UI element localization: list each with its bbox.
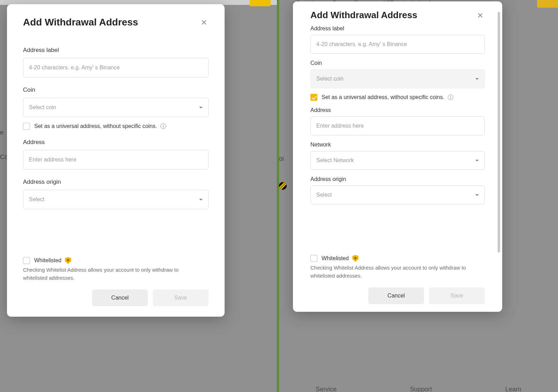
screenshot-left: e Coi Add Withdrawal Address Address lab… xyxy=(0,0,279,392)
close-icon[interactable] xyxy=(199,18,209,27)
select-placeholder: Select xyxy=(29,196,44,203)
field-address-origin: Address origin Select xyxy=(310,176,485,204)
field-label: Network xyxy=(310,142,485,148)
address-input[interactable] xyxy=(23,150,209,169)
field-label: Address label xyxy=(310,25,485,32)
field-address-label: Address label xyxy=(23,47,209,77)
universal-address-checkbox[interactable] xyxy=(23,123,30,130)
field-label: Address xyxy=(23,139,209,146)
field-label: Coin xyxy=(310,60,485,66)
checkbox-label-text: Set as a universal address, without spec… xyxy=(34,123,157,129)
chevron-down-icon xyxy=(199,199,203,201)
yellow-pill-button xyxy=(250,0,271,6)
universal-address-checkbox[interactable] xyxy=(310,94,317,101)
field-coin: Coin Select coin Set as a universal addr… xyxy=(310,60,485,101)
bg-text-fragment: e xyxy=(0,129,3,136)
select-placeholder: Select xyxy=(316,192,332,198)
whitelist-checkbox-row: Whitelisted xyxy=(310,255,485,262)
coin-select[interactable]: Select coin xyxy=(310,69,485,88)
field-address: Address xyxy=(23,139,209,169)
whitelist-block: Whitelisted Checking Whitelist Address a… xyxy=(23,257,209,282)
universal-address-checkbox-row: Set as a universal address, without spec… xyxy=(23,123,209,130)
whitelist-label-text: Whitelisted xyxy=(322,255,349,262)
modal-title: Add Withdrawal Address xyxy=(23,17,138,28)
shield-icon xyxy=(65,257,71,264)
chevron-down-icon xyxy=(475,160,479,161)
footer-item: Support xyxy=(410,386,432,392)
coin-icon xyxy=(279,182,287,190)
shield-icon xyxy=(352,255,359,262)
field-label: Address origin xyxy=(310,176,485,182)
deposit-button-partial xyxy=(537,0,558,8)
cancel-button[interactable]: Cancel xyxy=(368,287,424,304)
field-address-label: Address label xyxy=(310,25,485,54)
modal-header: Add Withdrawal Address xyxy=(23,17,209,28)
address-label-input[interactable] xyxy=(310,35,485,54)
coin-select[interactable]: Select coin xyxy=(23,98,209,117)
info-icon[interactable]: i xyxy=(160,123,166,129)
modal-header: Add Withdrawal Address xyxy=(310,10,485,21)
whitelist-checkbox[interactable] xyxy=(23,257,30,264)
modal-footer-buttons: Cancel Save xyxy=(23,289,209,306)
whitelist-checkbox[interactable] xyxy=(310,255,317,262)
bg-text-fragment: oi xyxy=(279,155,284,163)
field-label: Address label xyxy=(23,47,209,54)
select-placeholder: Select coin xyxy=(29,104,56,111)
add-withdrawal-address-modal: Add Withdrawal Address Address label Coi… xyxy=(293,1,502,312)
address-origin-select[interactable]: Select xyxy=(23,190,209,209)
add-withdrawal-address-modal: Add Withdrawal Address Address label Coi… xyxy=(7,4,225,317)
checkbox-label: Set as a universal address, without spec… xyxy=(322,94,453,100)
chevron-down-icon xyxy=(199,107,203,108)
field-label: Coin xyxy=(23,86,209,93)
whitelist-help-text: Checking Whitelist Address allows your a… xyxy=(310,264,485,280)
universal-address-checkbox-row: Set as a universal address, without spec… xyxy=(310,94,485,101)
field-coin: Coin Select coin Set as a universal addr… xyxy=(23,86,209,130)
footer-item: Learn xyxy=(505,386,521,392)
modal-footer-buttons: Cancel Save xyxy=(310,287,485,304)
address-input[interactable] xyxy=(310,116,485,135)
footer-behind-modal: Service Support Learn xyxy=(279,386,558,392)
field-address-origin: Address origin Select xyxy=(23,179,209,209)
field-label: Address xyxy=(310,107,485,113)
whitelist-help-text: Checking Whitelist Address allows your a… xyxy=(23,266,197,282)
whitelist-label-text: Whitelisted xyxy=(34,257,61,264)
checkbox-label: Whitelisted xyxy=(34,257,71,264)
modal-title: Add Withdrawal Address xyxy=(310,10,417,21)
save-button[interactable]: Save xyxy=(153,289,209,306)
field-network: Network Select Network xyxy=(310,142,485,170)
footer-item: Service xyxy=(316,386,337,392)
screenshot-right: Derivatives Earn Finance NFT Institution… xyxy=(279,0,558,392)
field-address: Address xyxy=(310,107,485,135)
chevron-down-icon xyxy=(475,194,479,196)
checkbox-label-text: Set as a universal address, without spec… xyxy=(322,94,444,100)
whitelist-checkbox-row: Whitelisted xyxy=(23,257,209,264)
info-icon[interactable]: i xyxy=(448,95,453,100)
network-select[interactable]: Select Network xyxy=(310,151,485,170)
scrollbar[interactable] xyxy=(498,12,500,252)
select-placeholder: Select coin xyxy=(316,76,344,82)
cancel-button[interactable]: Cancel xyxy=(92,289,148,306)
checkbox-label: Whitelisted xyxy=(322,255,359,262)
whitelist-block: Whitelisted Checking Whitelist Address a… xyxy=(310,255,485,280)
select-placeholder: Select Network xyxy=(316,157,354,164)
close-icon[interactable] xyxy=(476,11,485,20)
field-label: Address origin xyxy=(23,179,209,186)
chevron-down-icon xyxy=(475,78,479,80)
address-label-input[interactable] xyxy=(23,58,209,77)
save-button[interactable]: Save xyxy=(429,287,485,304)
address-origin-select[interactable]: Select xyxy=(310,186,485,204)
checkbox-label: Set as a universal address, without spec… xyxy=(34,123,166,129)
